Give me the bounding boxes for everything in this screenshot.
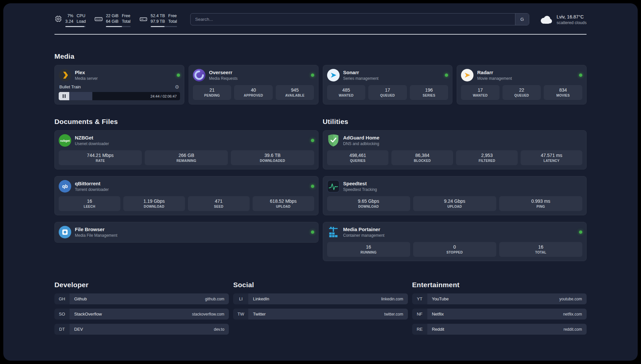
stat-value: 9.65 Gbps [328, 198, 409, 204]
ram-total-label: Total [122, 19, 130, 24]
playback-time: 24:44 / 02:06:47 [150, 94, 180, 98]
service-card-adguard[interactable]: AdGuard Home DNS and adblocking 498,461 … [323, 130, 587, 169]
stat-box: 16 RUNNING [327, 242, 410, 257]
plex-icon [59, 69, 71, 81]
dashboard-page: 7% 3.24 CPU Load [3, 3, 638, 361]
search-engine-button[interactable]: G [515, 14, 529, 25]
playback-bar: 24:44 / 02:06:47 [59, 92, 180, 100]
service-card-filebrowser[interactable]: File Browser Media File Management [54, 222, 319, 243]
ram-free-value: 22 GiB [106, 14, 118, 18]
stat-box: 9.65 Gbps DOWNLOAD [327, 196, 410, 211]
bookmark-stackoverflow[interactable]: SO StackOverflow stackoverflow.com [54, 309, 229, 319]
bookmark-url: youtube.com [559, 297, 582, 301]
search-input[interactable] [191, 14, 515, 25]
service-name: Radarr [477, 70, 512, 75]
utilities-section: Utilities AdGuard Home [323, 118, 587, 261]
social-section: Social LI LinkedIn linkedin.com TW Twitt… [233, 281, 408, 324]
bookmark-youtube[interactable]: YT YouTube youtube.com [412, 293, 587, 304]
service-card-nzbget[interactable]: nzbget NZBGet Usenet downloader 744.21 M… [54, 130, 319, 169]
svg-text:nzbget: nzbget [60, 139, 70, 142]
cpu-progress-fill [65, 26, 84, 27]
status-dot [311, 185, 314, 188]
stat-box: 39.6 TB DOWNLOADED [231, 150, 314, 165]
stat-value: 86,384 [393, 153, 452, 158]
status-dot [177, 74, 180, 77]
weather-widget: Lviv, 16.87°C scattered clouds [539, 14, 587, 25]
stat-value: 16 [501, 244, 581, 250]
service-card-overseerr[interactable]: Overseerr Media Requests 21 PENDING 40 A… [189, 65, 319, 105]
stat-value: 47.571 ms [522, 153, 581, 158]
bookmark-name: StackOverflow [74, 312, 102, 317]
bookmark-abbr: GH [54, 293, 70, 304]
stat-label: APPROVED [235, 94, 271, 97]
service-card-qbittorrent[interactable]: qb qBittorrent Torrent downloader 16 LEE… [54, 176, 319, 215]
cpu-percent: 7% [67, 14, 73, 18]
stat-value: 16 [60, 198, 119, 204]
cpu-progress-bar [65, 26, 86, 27]
status-dot [579, 74, 582, 77]
service-subtitle: Movie management [477, 76, 512, 81]
stat-label: SERIES [411, 94, 447, 97]
stat-box: 21 PENDING [193, 85, 231, 100]
service-card-speedtest[interactable]: Speedtest Speedtest Tracking 9.65 Gbps D… [323, 176, 587, 215]
topbar-divider [54, 34, 587, 35]
stat-box: 16 TOTAL [499, 242, 582, 257]
stat-label: QUEUED [504, 94, 540, 97]
bookmark-name: Reddit [432, 327, 444, 332]
pause-button[interactable] [59, 92, 69, 100]
bookmark-netflix[interactable]: NF Netflix netflix.com [412, 309, 587, 319]
now-playing-title: Bullet Train [59, 84, 81, 89]
stat-label: RATE [60, 159, 140, 163]
stat-box: 744.21 Mbps RATE [59, 150, 142, 165]
service-card-portainer[interactable]: Media Portainer Container management 16 … [323, 222, 587, 261]
stat-box: 471 SEED [188, 196, 250, 211]
weather-condition: scattered clouds [557, 20, 587, 25]
stat-box: 86,384 BLOCKED [391, 150, 453, 165]
stat-value: 744.21 Mbps [60, 153, 140, 158]
ram-icon [94, 15, 103, 23]
bookmark-abbr: TW [233, 309, 248, 319]
gear-icon[interactable]: ⚙ [175, 84, 179, 89]
service-name: Plex [75, 70, 98, 75]
service-card-plex[interactable]: Plex Media server Bullet Train ⚙ 24:44 /… [54, 65, 184, 105]
bookmark-url: github.com [205, 297, 225, 301]
bookmark-dev[interactable]: DT DEV dev.to [54, 324, 229, 335]
stat-box: 196 SERIES [410, 85, 448, 100]
bookmark-abbr: YT [412, 293, 427, 304]
search-bar: G [190, 13, 529, 25]
stat-box: 22 QUEUED [503, 85, 541, 100]
stat-box: 17 WANTED [461, 85, 500, 100]
bookmark-reddit[interactable]: RE Reddit reddit.com [412, 324, 587, 335]
playback-progress [69, 92, 92, 100]
sonarr-icon [327, 69, 340, 81]
stat-value: 945 [277, 87, 313, 93]
stat-label: QUEUED [370, 94, 406, 97]
status-dot [311, 230, 314, 234]
stat-label: QUERIES [328, 159, 387, 163]
bookmark-abbr: DT [54, 324, 70, 335]
stat-value: 0 [414, 244, 495, 250]
stat-label: DOWNLOAD [125, 205, 184, 208]
bookmark-name: Github [74, 296, 87, 301]
bookmark-url: netflix.com [563, 312, 582, 317]
bookmark-twitter[interactable]: TW Twitter twitter.com [233, 309, 408, 319]
stat-label: UPLOAD [254, 205, 313, 208]
service-card-sonarr[interactable]: Sonarr Series management 485 WANTED 17 Q… [323, 65, 453, 105]
service-card-radarr[interactable]: Radarr Movie management 17 WANTED 22 QUE… [457, 65, 587, 105]
stat-label: DOWNLOADED [232, 159, 313, 163]
stat-value: 196 [411, 87, 447, 93]
service-name: NZBGet [75, 135, 109, 140]
bookmark-linkedin[interactable]: LI LinkedIn linkedin.com [233, 293, 408, 304]
cpu-load-value: 3.24 [65, 19, 73, 24]
service-name: Speedtest [343, 181, 377, 186]
service-subtitle: Series management [343, 76, 379, 81]
radarr-icon [461, 69, 473, 81]
bookmark-github[interactable]: GH Github github.com [54, 293, 229, 304]
qbittorrent-icon: qb [59, 180, 71, 193]
stat-label: STOPPED [414, 251, 495, 254]
stat-box: 498,461 QUERIES [327, 150, 389, 165]
stat-label: DOWNLOAD [328, 205, 409, 208]
bookmark-name: LinkedIn [253, 296, 269, 301]
stat-box: 0 STOPPED [413, 242, 496, 257]
cloud-icon [539, 15, 553, 25]
